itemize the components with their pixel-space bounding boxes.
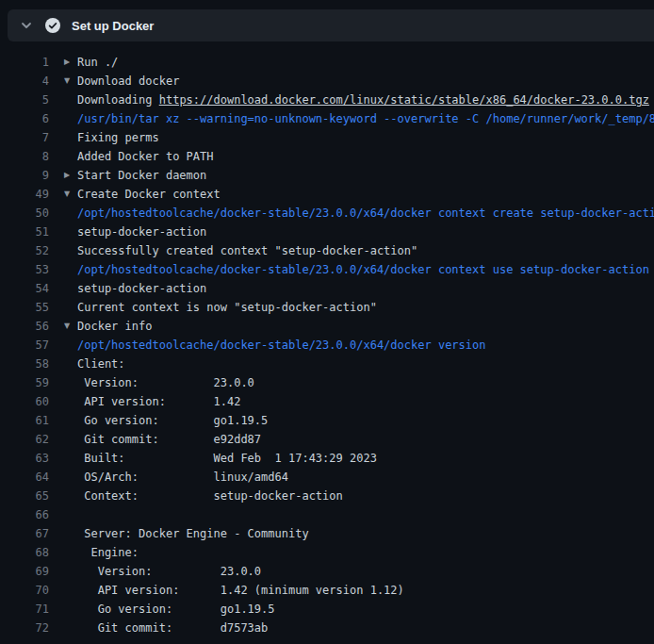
log-segment: Go version: go1.19.5 <box>77 603 275 616</box>
log-text: API version: 1.42 (minimum version 1.12) <box>77 581 404 600</box>
log-text: Start Docker daemon <box>77 166 206 185</box>
log-segment: /usr/bin/tar xz --warning=no-unknown-key… <box>77 112 654 125</box>
log-row: 53/opt/hostedtoolcache/docker-stable/23.… <box>0 260 654 279</box>
line-number[interactable]: 72 <box>0 619 49 637</box>
line-number[interactable]: 54 <box>0 279 49 298</box>
log-row: 63 Built: Wed Feb 1 17:43:29 2023 <box>0 449 654 468</box>
log-row: 67 Server: Docker Engine - Community <box>0 524 654 543</box>
log-text: setup-docker-action <box>77 279 206 298</box>
line-number[interactable]: 69 <box>0 562 49 581</box>
log-segment: Run ./ <box>77 56 118 69</box>
log-segment: Successfully created context "setup-dock… <box>77 244 417 257</box>
log-text: Current context is now "setup-docker-act… <box>77 298 377 317</box>
log-text: /usr/bin/tar xz --warning=no-unknown-key… <box>77 109 654 128</box>
log-segment: Version: 23.0.0 <box>77 376 254 389</box>
step-header[interactable]: Set up Docker <box>8 9 654 41</box>
line-number[interactable]: 55 <box>0 298 49 317</box>
line-number[interactable]: 1 <box>0 53 49 72</box>
log-row: 72 Git commit: d7573ab <box>0 619 654 637</box>
log-group-row[interactable]: 9▶Start Docker daemon <box>0 166 654 185</box>
line-number[interactable]: 52 <box>0 241 49 260</box>
line-number[interactable]: 51 <box>0 223 49 241</box>
log-row: 8Added Docker to PATH <box>0 147 654 166</box>
step-title: Set up Docker <box>72 19 154 33</box>
log-group-row[interactable]: 4▼Download docker <box>0 72 654 91</box>
log-text: OS/Arch: linux/amd64 <box>77 468 288 487</box>
line-number[interactable]: 61 <box>0 411 49 430</box>
log-group-row[interactable]: 49▼Create Docker context <box>0 185 654 204</box>
line-number[interactable]: 57 <box>0 336 49 355</box>
log-row: 69 Version: 23.0.0 <box>0 562 654 581</box>
line-number[interactable]: 5 <box>0 91 49 109</box>
log-text: API version: 1.42 <box>77 392 240 411</box>
line-number[interactable]: 60 <box>0 392 49 411</box>
log-segment: Engine: <box>77 546 139 559</box>
line-number[interactable]: 7 <box>0 128 49 147</box>
log-link[interactable]: https://download.docker.com/linux/static… <box>159 93 649 107</box>
log-row: 61 Go version: go1.19.5 <box>0 411 654 430</box>
log-segment: Context: setup-docker-action <box>77 489 343 503</box>
log-row: 71 Go version: go1.19.5 <box>0 600 654 619</box>
line-number[interactable]: 62 <box>0 430 49 449</box>
log-text: Client: <box>77 355 125 373</box>
log-row: 68 Engine: <box>0 543 654 562</box>
log-segment: Git commit: d7573ab <box>77 621 268 635</box>
log-row: 65 Context: setup-docker-action <box>0 487 654 505</box>
log-row: 60 API version: 1.42 <box>0 392 654 411</box>
log-text: Git commit: e92dd87 <box>77 430 261 449</box>
log-text: Download docker <box>77 72 179 91</box>
success-check-icon <box>45 18 60 33</box>
log-text: /opt/hostedtoolcache/docker-stable/23.0.… <box>77 260 649 279</box>
log-segment: Fixing perms <box>77 131 159 144</box>
line-number[interactable]: 65 <box>0 487 49 505</box>
log-text: Go version: go1.19.5 <box>77 411 268 430</box>
log-segment: setup-docker-action <box>77 282 206 295</box>
log-row: 52Successfully created context "setup-do… <box>0 241 654 260</box>
chevron-expanded-icon: ▼ <box>64 185 77 204</box>
log-text: Version: 23.0.0 <box>77 373 254 392</box>
line-number[interactable]: 4 <box>0 72 49 91</box>
log-row: 66 <box>0 505 654 524</box>
line-number[interactable]: 64 <box>0 468 49 487</box>
log-group-row[interactable]: 56▼Docker info <box>0 317 654 336</box>
log-lines: 1▶Run ./4▼Download docker5Downloading ht… <box>0 41 654 637</box>
chevron-collapsed-icon: ▶ <box>64 53 77 72</box>
line-number[interactable]: 58 <box>0 355 49 373</box>
line-number[interactable]: 68 <box>0 543 49 562</box>
line-number[interactable]: 49 <box>0 185 49 204</box>
log-segment: API version: 1.42 (minimum version 1.12) <box>77 584 404 597</box>
actions-log-viewer: Set up Docker 1▶Run ./4▼Download docker5… <box>0 0 654 644</box>
line-number[interactable]: 56 <box>0 317 49 336</box>
line-number[interactable]: 70 <box>0 581 49 600</box>
log-text: Built: Wed Feb 1 17:43:29 2023 <box>77 449 377 468</box>
log-text: Server: Docker Engine - Community <box>77 524 309 543</box>
log-row: 7Fixing perms <box>0 128 654 147</box>
line-number[interactable]: 67 <box>0 524 49 543</box>
line-number[interactable]: 59 <box>0 373 49 392</box>
line-number[interactable]: 63 <box>0 449 49 468</box>
log-segment: Built: Wed Feb 1 17:43:29 2023 <box>77 452 377 465</box>
log-text: Run ./ <box>77 53 118 72</box>
line-number[interactable]: 6 <box>0 109 49 128</box>
log-row: 64 OS/Arch: linux/amd64 <box>0 468 654 487</box>
line-number[interactable]: 53 <box>0 260 49 279</box>
line-number[interactable]: 71 <box>0 600 49 619</box>
line-number[interactable]: 8 <box>0 147 49 166</box>
log-row: 5Downloading https://download.docker.com… <box>0 91 654 109</box>
log-segment: /opt/hostedtoolcache/docker-stable/23.0.… <box>77 339 485 352</box>
log-segment: Current context is now "setup-docker-act… <box>77 301 377 314</box>
log-row: 58Client: <box>0 355 654 373</box>
chevron-down-icon <box>19 18 34 33</box>
line-number[interactable]: 66 <box>0 505 49 524</box>
line-number[interactable]: 50 <box>0 204 49 223</box>
log-text: /opt/hostedtoolcache/docker-stable/23.0.… <box>77 336 485 355</box>
log-row: 55Current context is now "setup-docker-a… <box>0 298 654 317</box>
line-number[interactable]: 9 <box>0 166 49 185</box>
log-text: Git commit: d7573ab <box>77 619 268 637</box>
log-segment: API version: 1.42 <box>77 395 240 408</box>
log-text: Successfully created context "setup-dock… <box>77 241 417 260</box>
log-segment: Client: <box>77 357 125 371</box>
log-group-row[interactable]: 1▶Run ./ <box>0 53 654 72</box>
log-text: Fixing perms <box>77 128 159 147</box>
chevron-collapsed-icon: ▶ <box>64 166 77 185</box>
